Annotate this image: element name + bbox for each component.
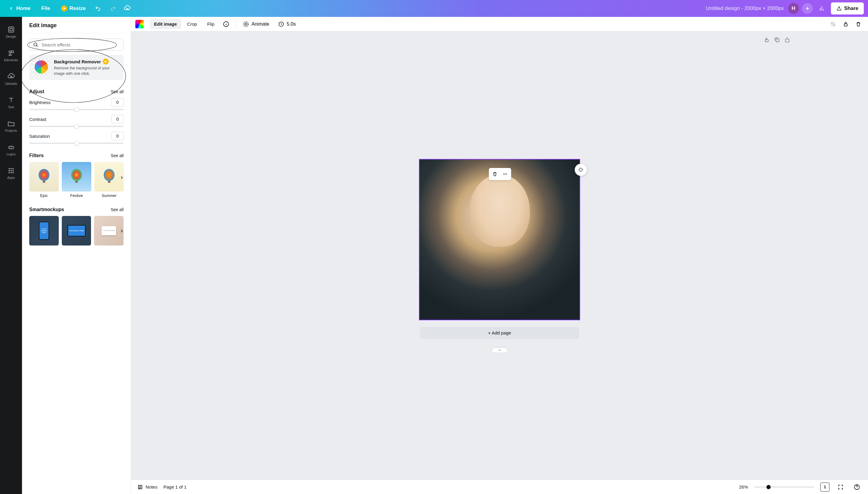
- smartmockups-title: Smartmockups: [29, 207, 64, 212]
- color-swatch-button[interactable]: [135, 20, 144, 28]
- plus-icon: [805, 6, 810, 11]
- svg-rect-28: [831, 22, 833, 24]
- canvas-frame[interactable]: [419, 159, 580, 320]
- crop-button[interactable]: Crop: [183, 19, 201, 29]
- background-remover-card[interactable]: Background Remover Remove the background…: [29, 55, 123, 80]
- duplicate-page-icon[interactable]: [774, 37, 780, 43]
- nav-rail: Design Elements Uploads Text Projects CO…: [0, 17, 22, 494]
- canvas-viewport[interactable]: + Add page: [131, 31, 868, 479]
- transparency-button[interactable]: [828, 19, 839, 30]
- filters-next-button[interactable]: [118, 174, 125, 181]
- search-wrap: [29, 39, 123, 51]
- nav-design[interactable]: Design: [0, 21, 22, 43]
- insights-button[interactable]: [816, 2, 828, 15]
- element-more-button[interactable]: [500, 169, 510, 179]
- svg-rect-0: [8, 27, 14, 32]
- add-member-button[interactable]: [802, 3, 813, 14]
- zoom-slider[interactable]: [754, 487, 814, 488]
- clock-icon: [278, 21, 284, 27]
- info-button[interactable]: [221, 19, 232, 30]
- search-icon: [33, 42, 38, 48]
- page-count-badge[interactable]: 1: [821, 482, 829, 492]
- fullscreen-button[interactable]: [835, 482, 846, 492]
- zoom-slider-thumb[interactable]: [766, 485, 771, 489]
- mockup-laptop[interactable]: YOUR DESIGN HERE: [62, 216, 91, 246]
- nav-apps[interactable]: Apps: [0, 162, 22, 184]
- ai-suggest-button[interactable]: [575, 164, 587, 176]
- fullscreen-icon: [837, 484, 844, 490]
- beachball-icon: [35, 60, 48, 74]
- nav-elements[interactable]: Elements: [0, 45, 22, 66]
- filter-epic-name: Epic: [29, 193, 59, 198]
- mockup-laptop-placeholder: YOUR DESIGN HERE: [67, 225, 85, 236]
- nav-uploads[interactable]: Uploads: [0, 68, 22, 90]
- timing-button[interactable]: 5.0s: [275, 19, 299, 29]
- slider-thumb[interactable]: [74, 107, 79, 112]
- zoom-percent[interactable]: 26%: [739, 484, 748, 490]
- nav-logos[interactable]: CO. Logos: [0, 139, 22, 160]
- resize-button[interactable]: Resize: [57, 3, 90, 14]
- mockup-phone-placeholder: YOUR DESIGN HERE: [39, 222, 49, 240]
- info-icon: [223, 21, 229, 27]
- filter-festive[interactable]: Festive: [62, 162, 91, 198]
- animate-button[interactable]: Animate: [239, 19, 273, 29]
- mockups-next-button[interactable]: [118, 227, 125, 235]
- lock-button[interactable]: [840, 19, 851, 30]
- chevron-right-icon: [119, 229, 124, 233]
- filters-title: Filters: [29, 153, 44, 158]
- add-page-above-icon[interactable]: [784, 37, 790, 43]
- nav-projects-label: Projects: [5, 129, 17, 132]
- add-page-button[interactable]: + Add page: [420, 327, 579, 339]
- selected-image[interactable]: [419, 159, 579, 320]
- brightness-value[interactable]: 0: [112, 98, 123, 107]
- delete-element-button[interactable]: [490, 169, 500, 179]
- bg-remover-thumb: [33, 58, 50, 75]
- unlock-page-icon[interactable]: [764, 37, 770, 43]
- contrast-value[interactable]: 0: [112, 115, 123, 124]
- mockup-phone[interactable]: YOUR DESIGN HERE: [29, 216, 59, 246]
- svg-point-7: [10, 168, 12, 169]
- flip-button[interactable]: Flip: [203, 19, 218, 29]
- nav-text[interactable]: Text: [0, 92, 22, 113]
- context-toolbar: Edit image Crop Flip Animate 5.0s: [131, 17, 868, 31]
- adjust-see-all[interactable]: See all: [111, 89, 123, 94]
- saturation-slider[interactable]: [29, 142, 123, 144]
- file-button[interactable]: File: [37, 3, 54, 14]
- slider-thumb[interactable]: [74, 124, 79, 129]
- design-icon: [7, 26, 15, 34]
- svg-rect-29: [833, 22, 835, 24]
- cloud-sync-button[interactable]: [121, 2, 133, 15]
- slider-thumb[interactable]: [74, 141, 79, 146]
- nav-uploads-label: Uploads: [5, 82, 17, 86]
- undo-icon: [95, 5, 102, 12]
- adjust-head: Adjust See all: [29, 89, 123, 94]
- adjust-contrast: Contrast 0: [29, 115, 123, 127]
- notes-icon: [137, 484, 143, 490]
- notes-button[interactable]: Notes: [137, 484, 157, 490]
- search-input[interactable]: [29, 39, 123, 51]
- nav-design-label: Design: [6, 35, 16, 38]
- contrast-slider[interactable]: [29, 126, 123, 127]
- page-info: Page 1 of 1: [163, 484, 186, 490]
- help-button[interactable]: [852, 482, 862, 492]
- nav-projects[interactable]: Projects: [0, 115, 22, 137]
- svg-rect-21: [75, 181, 78, 183]
- collapse-footer-tab[interactable]: [492, 348, 507, 352]
- share-button[interactable]: Share: [831, 2, 864, 15]
- filter-epic[interactable]: Epic: [29, 162, 59, 198]
- filter-festive-name: Festive: [62, 193, 91, 198]
- document-title[interactable]: Untitled design - 2000px × 2000px: [706, 5, 784, 12]
- delete-button[interactable]: [853, 19, 864, 30]
- redo-button[interactable]: [107, 2, 119, 15]
- filters-see-all[interactable]: See all: [111, 153, 123, 158]
- brightness-label: Brightness: [29, 100, 51, 105]
- brightness-slider[interactable]: [29, 109, 123, 110]
- home-button[interactable]: Home: [4, 3, 35, 14]
- undo-button[interactable]: [92, 2, 104, 15]
- saturation-value[interactable]: 0: [112, 132, 123, 140]
- svg-point-22: [104, 169, 115, 181]
- avatar[interactable]: H: [788, 3, 799, 14]
- smartmockups-see-all[interactable]: See all: [111, 207, 123, 212]
- chart-icon: [818, 5, 825, 12]
- edit-image-button[interactable]: Edit image: [150, 19, 181, 29]
